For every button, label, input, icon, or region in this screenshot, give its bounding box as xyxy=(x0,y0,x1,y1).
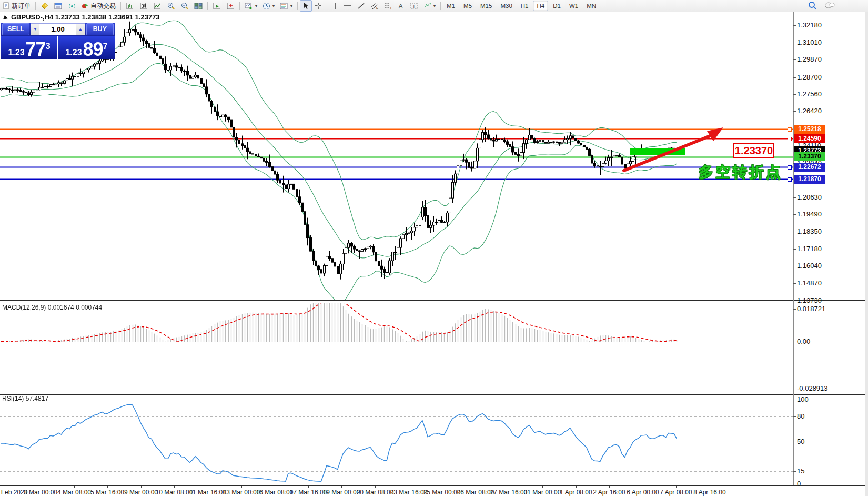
line-handle[interactable] xyxy=(788,137,792,141)
signals-icon xyxy=(68,2,76,10)
chart-shift-icon xyxy=(226,2,235,10)
time-axis-label: 20 Mar 08:00 xyxy=(357,489,394,496)
line-handle[interactable] xyxy=(788,127,792,132)
price-level-badge: 1.23370 xyxy=(794,152,825,161)
buy-button[interactable]: BUY xyxy=(86,23,114,35)
one-click-price-row: 1.23 77 3 1.23 89 7 xyxy=(1,36,115,59)
price-axis-label: 1.27560 xyxy=(797,90,822,98)
new-order-label: 新订单 xyxy=(12,2,31,11)
chat-icon[interactable] xyxy=(824,2,835,10)
periods-button[interactable]: ▾ xyxy=(260,0,277,12)
chinese-annotation-text[interactable]: 多空转折点 xyxy=(699,162,783,182)
search-icon[interactable] xyxy=(808,1,817,10)
text-label-tool[interactable]: T xyxy=(407,0,421,12)
price-axis-label: 1.28700 xyxy=(797,73,822,81)
price-axis-tick xyxy=(793,111,796,112)
rsi-axis-tick xyxy=(793,471,796,472)
market-watch-icon xyxy=(41,2,49,10)
equidistant-channel-tool[interactable]: E xyxy=(368,0,381,12)
time-axis-label: 31 Mar 00:00 xyxy=(524,489,561,496)
timeframe-button-M1[interactable]: M1 xyxy=(443,1,459,11)
timeframe-button-D1[interactable]: D1 xyxy=(549,1,564,11)
line-chart-mode-button[interactable] xyxy=(150,0,164,12)
buy-price-small: 1.23 xyxy=(65,47,82,58)
macd-canvas[interactable] xyxy=(0,303,793,391)
time-axis-tick xyxy=(275,486,275,488)
timeframe-button-M30[interactable]: M30 xyxy=(497,1,516,11)
rsi-axis-label: 15 xyxy=(797,467,804,475)
periods-dropdown-caret[interactable]: ▾ xyxy=(272,4,275,8)
bar-chart-icon xyxy=(126,2,134,10)
data-window-button[interactable] xyxy=(52,0,65,12)
time-axis: 8 Feb 20203 Mar 00:004 Mar 08:005 Mar 16… xyxy=(0,485,868,496)
fibonacci-tool[interactable]: F xyxy=(381,0,395,12)
time-axis-label: 2 Apr 16:00 xyxy=(593,489,625,496)
indicators-dropdown-caret[interactable]: ▾ xyxy=(255,4,257,8)
tile-windows-button[interactable] xyxy=(191,0,205,12)
sell-button[interactable]: SELL xyxy=(2,23,29,35)
price-axis-tick xyxy=(793,94,796,95)
timeframe-button-W1[interactable]: W1 xyxy=(566,1,582,11)
chart-shift-button[interactable] xyxy=(224,0,237,12)
svg-text:T: T xyxy=(412,4,416,9)
timeframe-button-H4[interactable]: H4 xyxy=(533,1,548,11)
line-handle[interactable] xyxy=(788,165,792,170)
price-axis-label: 1.26420 xyxy=(797,107,822,115)
toolbar-separator xyxy=(297,2,298,10)
zoom-out-button[interactable] xyxy=(178,0,191,12)
arrows-tool[interactable]: ▾ xyxy=(421,0,438,12)
sell-price-box[interactable]: 1.23 77 3 xyxy=(1,36,57,59)
line-handle[interactable] xyxy=(788,177,792,182)
templates-icon xyxy=(280,2,288,10)
volume-input[interactable] xyxy=(39,24,76,35)
buy-price-box[interactable]: 1.23 89 7 xyxy=(58,36,115,59)
time-axis-tick xyxy=(208,486,208,488)
bar-chart-mode-button[interactable] xyxy=(123,0,137,12)
sell-price-sup: 3 xyxy=(46,36,51,57)
zoom-in-icon xyxy=(167,2,175,10)
vertical-line-tool[interactable] xyxy=(329,0,341,12)
zoom-in-button[interactable] xyxy=(164,0,178,12)
templates-dropdown-caret[interactable]: ▾ xyxy=(290,4,292,8)
trendline-tool[interactable] xyxy=(355,0,368,12)
macd-axis-label: -0.028913 xyxy=(797,384,828,392)
timeframe-button-H1[interactable]: H1 xyxy=(517,1,532,11)
crosshair-tool-button[interactable] xyxy=(312,0,325,12)
timeframe-button-MN[interactable]: MN xyxy=(583,1,600,11)
cursor-tool-button[interactable] xyxy=(300,0,312,12)
mt4-window: 新订单 自动交易 xyxy=(0,0,868,496)
rsi-readout: RSI(14) 57.4817 xyxy=(2,395,48,402)
timeframe-button-M5[interactable]: M5 xyxy=(460,1,476,11)
text-tool[interactable]: A xyxy=(395,0,407,12)
arrows-dropdown-caret[interactable]: ▾ xyxy=(433,4,436,8)
vertical-line-icon xyxy=(332,2,338,9)
horizontal-line-1.21870[interactable] xyxy=(0,177,793,181)
volume-decrease-button[interactable]: ▼ xyxy=(31,24,39,35)
horizontal-line-tool[interactable] xyxy=(341,0,355,12)
rsi-axis-tick xyxy=(793,416,796,417)
price-axis-label: 1.16040 xyxy=(797,262,822,270)
signals-button[interactable] xyxy=(65,0,79,12)
autotrading-button[interactable]: 自动交易 xyxy=(79,0,118,12)
indicators-button[interactable]: ▾ xyxy=(242,0,260,12)
auto-scroll-button[interactable] xyxy=(210,0,224,12)
time-axis-tick xyxy=(442,486,442,488)
auto-scroll-icon xyxy=(213,2,221,10)
time-axis-label: 8 Apr 16:00 xyxy=(693,489,725,496)
timeframe-button-M15[interactable]: M15 xyxy=(477,1,496,11)
timeframe-bar: M1M5M15M30H1H4D1W1MN xyxy=(443,1,600,11)
indicators-add-icon xyxy=(245,2,253,10)
symbol-readout: GBPUSD-,H4 1.23733 1.23838 1.23691 1.237… xyxy=(3,13,160,21)
candlestick-mode-button[interactable] xyxy=(137,0,150,12)
window-edge-strip xyxy=(865,12,868,496)
macd-value-signal: 0.000744 xyxy=(76,304,102,311)
templates-button[interactable]: ▾ xyxy=(277,0,295,12)
volume-increase-button[interactable]: ▲ xyxy=(76,24,85,35)
price-callout-box[interactable]: 1.23370 xyxy=(733,143,774,158)
rsi-canvas[interactable] xyxy=(0,394,793,485)
new-order-button[interactable]: 新订单 xyxy=(0,0,33,12)
one-click-top-row: SELL ▼ ▲ BUY xyxy=(1,23,115,36)
macd-label: MACD(12,26,9) xyxy=(2,304,46,311)
market-watch-button[interactable] xyxy=(38,0,52,12)
chart-marker-icon xyxy=(3,15,8,20)
